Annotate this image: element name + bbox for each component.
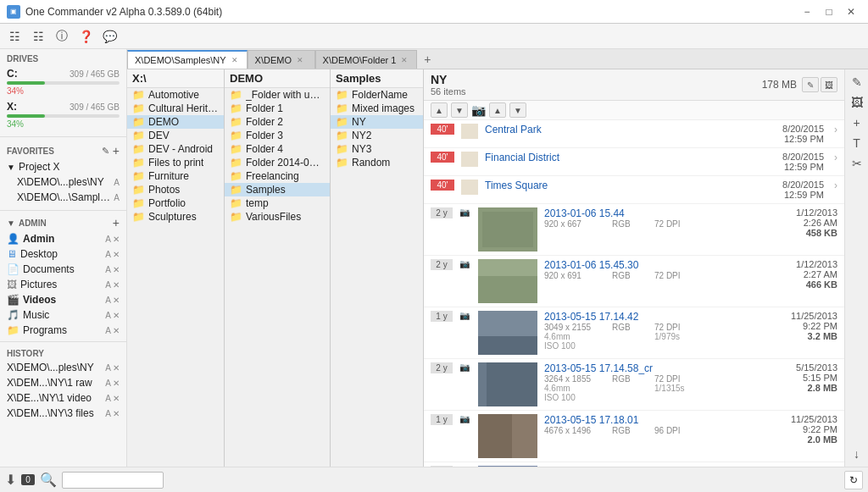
- folder-icon: 📁: [132, 116, 145, 128]
- image-row-times[interactable]: 40' Times Square 8/20/2015 12:59 PM ›: [424, 176, 844, 204]
- pane-item-freelancing[interactable]: 📁Freelancing: [225, 169, 330, 183]
- minimize-button[interactable]: −: [797, 3, 817, 20]
- maximize-button[interactable]: □: [819, 3, 839, 20]
- chat-button[interactable]: 💬: [98, 26, 120, 47]
- columns-view-button[interactable]: ☷: [27, 26, 49, 47]
- view-toggle-button[interactable]: ✎: [802, 77, 819, 92]
- drives-section: DRIVES C: 309 / 465 GB 34% X: 309 / 465 …: [0, 49, 126, 135]
- history-item-3[interactable]: X\DE...\NY\1 video A✕: [0, 390, 126, 406]
- admin-item-music[interactable]: 🎵 Music A ✕: [0, 307, 126, 323]
- scissors-tool-button[interactable]: ✂: [848, 154, 866, 173]
- pane-item-photos[interactable]: 📁Photos: [127, 183, 224, 196]
- sort-asc-button[interactable]: ▲: [489, 102, 506, 118]
- favorite-ny[interactable]: X\DEMO\...ples\NY A: [0, 174, 126, 190]
- download-icon[interactable]: ⬇: [5, 472, 16, 488]
- history-section: HISTORY X\DEMO\...ples\NY A✕ X\DEM...\NY…: [0, 344, 126, 424]
- image-row-2013-01-06a[interactable]: 2 y 📷 2013-01-06 15.44 920 x 667 RGB 72 …: [424, 204, 844, 256]
- tab-close-ny[interactable]: ✕: [230, 55, 240, 65]
- info-button[interactable]: ⓘ: [51, 26, 73, 47]
- age-badge: 2 y: [431, 362, 453, 373]
- tab-folder1[interactable]: X\DEMO\Folder 1 ✕: [315, 50, 418, 69]
- history-item-2[interactable]: X\DEM...\NY\1 raw A✕: [0, 375, 126, 390]
- pane-item-random[interactable]: 📁Random: [331, 156, 423, 169]
- pane-item-ny3[interactable]: 📁NY3: [331, 142, 423, 156]
- favorite-samples[interactable]: X\DEMO\...\Samples A: [0, 190, 126, 205]
- folder-icon: 📁: [230, 116, 242, 128]
- admin-item-admin[interactable]: 👤 Admin A ✕: [0, 231, 126, 246]
- tab-close-folder1[interactable]: ✕: [399, 55, 409, 65]
- pane-item-dev[interactable]: 📁DEV: [127, 129, 224, 142]
- image-tool-button[interactable]: 🖼: [848, 93, 866, 112]
- image-row-central[interactable]: 40' Central Park 8/20/2015 12:59 PM ›: [424, 120, 844, 148]
- divider-3: [0, 341, 126, 342]
- folder-icon: 📁: [336, 89, 348, 101]
- pane-item-foldername[interactable]: 📁FolderName: [331, 88, 423, 102]
- add-tab-button[interactable]: +: [417, 50, 437, 69]
- history-item-1[interactable]: X\DEMO\...ples\NY A✕: [0, 360, 126, 375]
- tab-close-demo[interactable]: ✕: [295, 55, 305, 65]
- image-row-2013-05-15b[interactable]: 2 y 📷 2013-05-15 17.14.58_cr 3264 x 1855…: [424, 359, 844, 411]
- favorite-project-x[interactable]: ▼ Project X: [0, 159, 126, 174]
- pane-item-temp[interactable]: 📁temp: [225, 196, 330, 210]
- drive-c[interactable]: C: 309 / 465 GB 34%: [0, 65, 126, 98]
- pane-item-furniture[interactable]: 📁Furniture: [127, 169, 224, 183]
- pane-item-ny2[interactable]: 📁NY2: [331, 129, 423, 142]
- admin-item-programs[interactable]: 📁 Programs A ✕: [0, 323, 126, 338]
- admin-item-pictures[interactable]: 🖼 Pictures A ✕: [0, 277, 126, 292]
- add-admin-icon[interactable]: +: [113, 216, 120, 229]
- text-tool-button[interactable]: T: [848, 134, 866, 152]
- add-tool-button[interactable]: +: [848, 113, 866, 132]
- sort-down-button[interactable]: ▼: [451, 102, 468, 118]
- pane-item-folder2014[interactable]: 📁Folder 2014-07-15: [225, 156, 330, 169]
- pane-item-folder1[interactable]: 📁Folder 1: [225, 102, 330, 115]
- search-input[interactable]: [62, 472, 164, 489]
- image-row-2013-05-16[interactable]: 2 y 📷 2013-05-16 14.02.12_cr 3264 x 1874…: [424, 462, 844, 467]
- pane-item-variousfiles[interactable]: 📁VariousFiles: [225, 210, 330, 224]
- image-row-financial[interactable]: 40' Financial District 8/20/2015 12:59 P…: [424, 148, 844, 176]
- folder-icon: 📁: [132, 130, 145, 141]
- folder-icon: 📁: [336, 143, 348, 155]
- image-row-2013-05-15c[interactable]: 1 y 📷 2013-05-15 17.18.01 4676 x 1496 RG…: [424, 411, 844, 462]
- help-button[interactable]: ❓: [75, 26, 97, 47]
- admin-item-documents[interactable]: 📄 Documents A ✕: [0, 262, 126, 277]
- pane-item-folder3[interactable]: 📁Folder 3: [225, 129, 330, 142]
- pane-item-mixed[interactable]: 📁Mixed images: [331, 102, 423, 115]
- history-item-4[interactable]: X\DEM...\NY\3 files A✕: [0, 406, 126, 421]
- close-button[interactable]: ✕: [841, 3, 861, 20]
- pane-item-folder4[interactable]: 📁Folder 4: [225, 142, 330, 156]
- sort-desc-button[interactable]: ▼: [509, 102, 526, 118]
- admin-item-desktop[interactable]: 🖥 Desktop A ✕: [0, 246, 126, 262]
- pane-item-sculptures[interactable]: 📁Sculptures: [127, 210, 224, 224]
- image-row-2013-05-15a[interactable]: 1 y 📷 2013-05-15 17.14.42 3049 x 2155 RG…: [424, 307, 844, 359]
- music-icon: 🎵: [7, 309, 19, 321]
- edit-tool-button[interactable]: ✎: [848, 73, 866, 91]
- search-icon[interactable]: 🔍: [40, 472, 57, 488]
- pane-item-demo[interactable]: 📁DEMO: [127, 115, 224, 129]
- preview-button[interactable]: 🖼: [821, 77, 837, 92]
- image-row-2013-01-06b[interactable]: 2 y 📷 2013-01-06 15.45.30 920 x 691 RGB …: [424, 256, 844, 307]
- admin-item-videos[interactable]: 🎬 Videos A ✕: [0, 292, 126, 307]
- edit-favorites-icon[interactable]: ✎: [102, 146, 109, 157]
- refresh-button[interactable]: ↻: [844, 471, 863, 489]
- pane-item-folder-unde[interactable]: 📁_Folder with unde: [225, 88, 330, 102]
- pane-item-portfolio[interactable]: 📁Portfolio: [127, 196, 224, 210]
- pane-item-samples[interactable]: 📁Samples: [225, 183, 330, 196]
- pane-item-ny[interactable]: 📁NY: [331, 115, 423, 129]
- sort-up-button[interactable]: ▲: [431, 102, 448, 118]
- admin-section: ▼ Admin + 👤 Admin A ✕ 🖥 Desktop A ✕: [0, 213, 126, 340]
- arrow-down-tool-button[interactable]: ↓: [848, 445, 866, 463]
- drive-x[interactable]: X: 309 / 465 GB 34%: [0, 98, 126, 131]
- pane-item-dev-android[interactable]: 📁DEV - Android: [127, 142, 224, 156]
- pane-item-cultural[interactable]: 📁Cultural Heritage: [127, 102, 224, 115]
- pane-item-folder2[interactable]: 📁Folder 2: [225, 115, 330, 129]
- pane-item-files-to-print[interactable]: 📁Files to print: [127, 156, 224, 169]
- add-favorite-icon[interactable]: +: [113, 144, 120, 158]
- history-heading: HISTORY: [0, 347, 126, 360]
- tab-ny[interactable]: X\DEMO\Samples\NY ✕: [127, 50, 248, 69]
- folder-icon: 📁: [132, 170, 145, 182]
- tab-demo[interactable]: X\DEMO ✕: [248, 50, 315, 69]
- pane-samples-content: 📁FolderName 📁Mixed images 📁NY 📁NY2 📁NY3 …: [331, 88, 423, 467]
- grid-view-button[interactable]: ☷: [3, 26, 25, 47]
- pane-item-automotive[interactable]: 📁Automotive: [127, 88, 224, 102]
- thumbnail: [478, 414, 537, 458]
